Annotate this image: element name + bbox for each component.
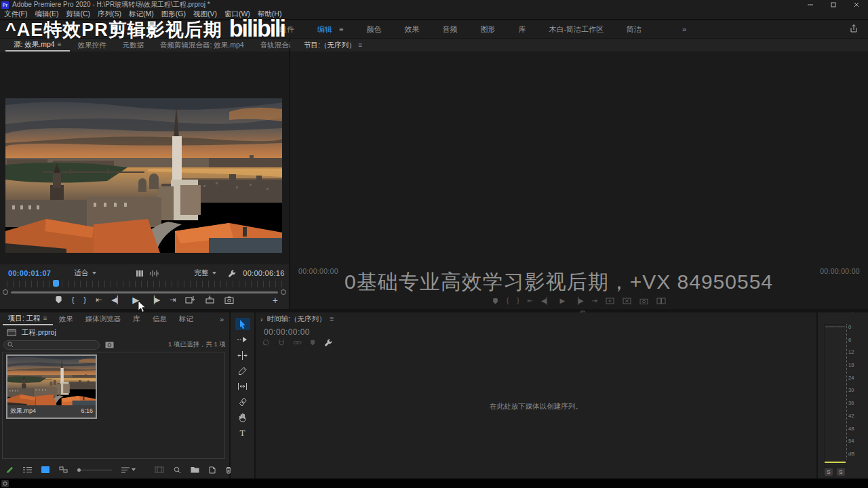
timeline-title[interactable]: 时间轴:（无序列） bbox=[267, 314, 326, 324]
tab-program[interactable]: 节目:（无序列） ≡ bbox=[296, 39, 370, 52]
mark-in-icon[interactable]: { bbox=[507, 297, 509, 304]
project-bin-area[interactable]: 效果.mp4 6:16 bbox=[2, 352, 225, 459]
project-writable-icon[interactable] bbox=[5, 466, 14, 474]
list-view-icon[interactable] bbox=[23, 466, 32, 473]
tab-metadata[interactable]: 元数据 bbox=[115, 39, 153, 52]
new-bin-icon[interactable] bbox=[191, 466, 199, 473]
workspace-tab-graphics[interactable]: 图形 bbox=[480, 24, 495, 35]
thumbnail-zoom-slider[interactable] bbox=[77, 468, 112, 472]
workspace-tab-color[interactable]: 颜色 bbox=[366, 24, 381, 35]
overwrite-icon[interactable] bbox=[205, 296, 215, 304]
playback-resolution-dropdown[interactable]: 完整 bbox=[194, 268, 216, 278]
automate-to-sequence-icon[interactable] bbox=[155, 466, 164, 473]
workspace-tab-libraries[interactable]: 库 bbox=[518, 24, 526, 35]
tab-audio-clip-mixer[interactable]: 音频剪辑混合器: 效果.mp4 bbox=[152, 39, 252, 52]
step-forward-icon[interactable]: ▕▶ bbox=[149, 296, 160, 304]
linked-selection-icon[interactable] bbox=[293, 340, 302, 346]
project-file-name[interactable]: 工程.prproj bbox=[22, 328, 56, 338]
mark-out-icon[interactable]: } bbox=[83, 296, 86, 304]
workspace-tab-effects[interactable]: 效果 bbox=[404, 24, 419, 35]
menu-sequence[interactable]: 序列(S) bbox=[98, 9, 121, 19]
clip-name[interactable]: 效果.mp4 bbox=[10, 407, 36, 415]
zoom-level-dropdown[interactable]: 适合 bbox=[74, 268, 96, 278]
minimize-button[interactable] bbox=[799, 0, 822, 9]
add-marker-icon[interactable] bbox=[310, 340, 315, 346]
tab-effect-controls[interactable]: 效果控件 bbox=[70, 39, 115, 52]
step-back-icon[interactable]: ◀▏ bbox=[111, 296, 123, 304]
source-current-timecode[interactable]: 00:00:01:07 bbox=[8, 269, 51, 277]
menu-window[interactable]: 窗口(W) bbox=[224, 9, 250, 19]
ripple-edit-tool[interactable] bbox=[235, 349, 250, 361]
workspace-overflow-icon[interactable]: » bbox=[682, 25, 686, 33]
menu-help[interactable]: 帮助(H) bbox=[258, 9, 282, 19]
menu-file[interactable]: 文件(F) bbox=[4, 9, 27, 19]
workspace-tab-audio[interactable]: 音频 bbox=[442, 24, 457, 35]
track-select-forward-tool[interactable] bbox=[235, 333, 250, 346]
timeline-empty-message[interactable]: 在此处放下媒体以创建序列。 bbox=[256, 402, 816, 411]
sort-icon[interactable] bbox=[121, 467, 136, 473]
insert-overwrite-toggle-icon[interactable] bbox=[262, 339, 270, 346]
panel-menu-icon[interactable]: ≡ bbox=[358, 41, 362, 49]
tab-effects[interactable]: 效果 bbox=[53, 312, 79, 325]
go-to-out-icon[interactable]: ⇥ bbox=[170, 296, 176, 304]
play-button[interactable]: ▶ bbox=[559, 297, 565, 304]
tab-markers[interactable]: 标记 bbox=[173, 312, 199, 325]
extract-icon[interactable] bbox=[623, 298, 631, 304]
add-marker-icon[interactable] bbox=[492, 298, 498, 304]
project-search-input[interactable] bbox=[3, 340, 100, 350]
drag-video-icon[interactable] bbox=[136, 270, 144, 277]
close-button[interactable] bbox=[845, 0, 868, 9]
go-to-in-icon[interactable]: ⇤ bbox=[96, 296, 102, 304]
creative-cloud-icon[interactable] bbox=[1, 480, 9, 487]
step-back-icon[interactable]: ◀▏ bbox=[541, 297, 551, 304]
tab-info[interactable]: 信息 bbox=[146, 312, 173, 325]
clip-card-selected[interactable]: 效果.mp4 6:16 bbox=[6, 354, 97, 419]
slip-tool[interactable] bbox=[235, 380, 250, 392]
audio-meter-bars[interactable] bbox=[824, 324, 846, 466]
mark-out-icon[interactable]: } bbox=[517, 297, 519, 304]
go-to-out-icon[interactable]: ⇥ bbox=[592, 297, 597, 304]
insert-icon[interactable] bbox=[185, 296, 195, 304]
search-field[interactable] bbox=[16, 342, 91, 348]
comparison-view-icon[interactable] bbox=[656, 298, 666, 304]
panel-menu-icon[interactable]: ≡ bbox=[330, 315, 334, 323]
solo-right-button[interactable]: S bbox=[837, 468, 845, 476]
play-button[interactable]: ▶ bbox=[132, 296, 139, 304]
tab-source-clip[interactable]: 源: 效果.mp4 ≡ bbox=[5, 39, 70, 52]
tab-libraries[interactable]: 库 bbox=[127, 312, 146, 325]
workspace-tab-editing[interactable]: 编辑 bbox=[317, 24, 332, 35]
panel-menu-icon[interactable]: ≡ bbox=[43, 314, 47, 322]
share-export-icon[interactable] bbox=[849, 24, 859, 33]
timeline-timecode[interactable]: 00:00:00:00 bbox=[264, 327, 310, 337]
menu-markers[interactable]: 标记(M) bbox=[129, 9, 154, 19]
new-item-icon[interactable] bbox=[209, 466, 216, 474]
button-editor-plus-icon[interactable]: + bbox=[273, 296, 278, 305]
export-frame-icon[interactable] bbox=[639, 298, 648, 304]
go-to-in-icon[interactable]: ⇤ bbox=[528, 297, 533, 304]
add-marker-icon[interactable] bbox=[55, 296, 62, 304]
menu-view[interactable]: 视图(V) bbox=[193, 9, 217, 19]
settings-wrench-icon[interactable] bbox=[227, 269, 236, 278]
restore-button[interactable] bbox=[822, 0, 845, 9]
selection-tool[interactable] bbox=[235, 318, 250, 330]
source-video-preview[interactable] bbox=[5, 98, 282, 253]
solo-left-button[interactable]: S bbox=[825, 468, 833, 476]
razor-tool[interactable] bbox=[235, 365, 250, 377]
tab-project[interactable]: 项目: 工程 ≡ bbox=[3, 312, 53, 325]
workspace-tab-custom[interactable]: 木白-简洁工作区 bbox=[549, 24, 604, 35]
pen-tool[interactable] bbox=[235, 396, 250, 408]
snap-magnet-icon[interactable] bbox=[278, 339, 285, 346]
clip-thumbnail[interactable] bbox=[7, 356, 96, 405]
source-scrubber[interactable] bbox=[7, 281, 282, 287]
lift-icon[interactable] bbox=[606, 298, 614, 304]
source-playhead[interactable] bbox=[53, 280, 59, 287]
timeline-settings-wrench-icon[interactable] bbox=[323, 338, 332, 347]
menu-clip[interactable]: 剪辑(C) bbox=[66, 9, 90, 19]
tab-media-browser[interactable]: 媒体浏览器 bbox=[79, 312, 127, 325]
workspace-menu-icon[interactable]: ≡ bbox=[339, 25, 343, 33]
export-frame-icon[interactable] bbox=[224, 296, 234, 304]
step-forward-icon[interactable]: ▕▶ bbox=[573, 297, 583, 304]
workspace-tab-simple[interactable]: 简洁 bbox=[627, 24, 642, 35]
workspace-tab-assembly[interactable]: 组件 bbox=[279, 24, 294, 35]
find-icon[interactable] bbox=[174, 466, 181, 474]
